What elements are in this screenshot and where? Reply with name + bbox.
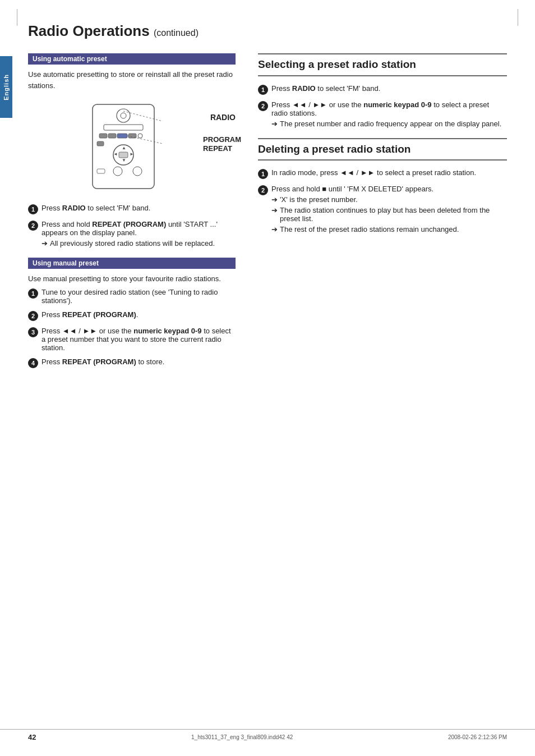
sel-step1-content: Press RADIO to select 'FM' band. xyxy=(271,84,507,93)
step2-note: ➔ All previously stored radio stations w… xyxy=(41,239,236,248)
manual-step1: 1 Tune to your desired radio station (se… xyxy=(28,288,236,305)
program-repeat-label: PROGRAMREPEAT xyxy=(203,135,241,153)
manual-step-num-3: 3 xyxy=(28,327,38,337)
svg-point-18 xyxy=(133,167,142,176)
sel-step-num-2: 2 xyxy=(258,101,268,111)
del-step1-content: In radio mode, press ◄◄ / ►► to select a… xyxy=(271,168,507,177)
svg-rect-6 xyxy=(117,134,127,138)
svg-rect-5 xyxy=(108,134,116,138)
step2-content: Press and hold REPEAT (PROGRAM) until 'S… xyxy=(41,220,236,248)
two-column-layout: Using automatic preset Use automatic pre… xyxy=(28,53,507,374)
manual-step1-content: Tune to your desired radio station (see … xyxy=(41,288,236,305)
sel-step2-content: Press ◄◄ / ►► or use the numeric keypad … xyxy=(271,100,507,128)
step-num-2: 2 xyxy=(28,221,38,231)
manual-step4: 4 Press REPEAT (PROGRAM) to store. xyxy=(28,358,236,368)
svg-rect-11 xyxy=(119,152,128,158)
del-note3: ➔ The rest of the preset radio stations … xyxy=(271,225,507,233)
selecting-section-title: Selecting a preset radio station xyxy=(258,53,507,76)
del-step-num-1: 1 xyxy=(258,169,268,179)
corner-decoration-tl xyxy=(17,9,17,26)
selecting-title: Selecting a preset radio station xyxy=(258,58,507,72)
title-text: Radio Operations xyxy=(28,22,150,39)
corner-decoration-tr xyxy=(518,9,518,26)
radio-label: RADIO xyxy=(210,113,236,122)
left-column: Using automatic preset Use automatic pre… xyxy=(28,53,236,374)
device-diagram: ◄ ► ▲ ▼ xyxy=(28,99,236,196)
page: English Radio Operations (continued) Usi… xyxy=(0,0,535,756)
manual-step-num-1: 1 xyxy=(28,288,38,299)
svg-point-1 xyxy=(117,109,130,122)
auto-preset-step2: 2 Press and hold REPEAT (PROGRAM) until … xyxy=(28,220,236,248)
deleting-title: Deleting a preset radio station xyxy=(258,143,507,157)
svg-text:▼: ▼ xyxy=(122,158,126,163)
manual-step-num-2: 2 xyxy=(28,311,38,321)
svg-text:▲: ▲ xyxy=(122,145,126,150)
manual-step2-content: Press REPEAT (PROGRAM). xyxy=(41,310,236,319)
manual-step2: 2 Press REPEAT (PROGRAM). xyxy=(28,310,236,321)
svg-point-2 xyxy=(121,113,126,118)
del-step2-content: Press and hold ■ until ' 'FM X DELETED' … xyxy=(271,185,507,233)
manual-step3: 3 Press ◄◄ / ►► or use the numeric keypa… xyxy=(28,327,236,352)
right-column: Selecting a preset radio station 1 Press… xyxy=(252,53,507,374)
del-note2: ➔ The radio station continues to play bu… xyxy=(271,206,507,223)
svg-point-17 xyxy=(113,167,122,176)
svg-text:►: ► xyxy=(130,152,134,157)
auto-preset-description: Use automatic presetting to store or rei… xyxy=(28,69,236,91)
manual-step4-content: Press REPEAT (PROGRAM) to store. xyxy=(41,358,236,366)
deleting-section-title: Deleting a preset radio station xyxy=(258,138,507,161)
footer-file: 1_hts3011_37_eng 3_final809.indd42 42 xyxy=(191,734,293,740)
deleting-step2: 2 Press and hold ■ until ' 'FM X DELETED… xyxy=(258,185,507,233)
svg-rect-9 xyxy=(97,141,104,146)
step1-content: Press RADIO to select 'FM' band. xyxy=(41,204,236,212)
del-step-num-2: 2 xyxy=(258,185,268,195)
deleting-step1: 1 In radio mode, press ◄◄ / ►► to select… xyxy=(258,168,507,179)
auto-preset-step1: 1 Press RADIO to select 'FM' band. xyxy=(28,204,236,214)
manual-preset-header: Using manual preset xyxy=(28,258,236,269)
page-title: Radio Operations (continued) xyxy=(28,22,507,43)
svg-text:◄: ◄ xyxy=(113,152,118,157)
selecting-step2: 2 Press ◄◄ / ►► or use the numeric keypa… xyxy=(258,100,507,128)
page-number: 42 xyxy=(28,733,36,741)
language-label: English xyxy=(3,74,10,100)
svg-rect-16 xyxy=(97,169,105,173)
svg-rect-4 xyxy=(99,134,107,138)
manual-step-num-4: 4 xyxy=(28,358,38,368)
continued-label: (continued) xyxy=(154,28,199,38)
step-num-1: 1 xyxy=(28,204,38,214)
manual-preset-description: Use manual presetting to store your favo… xyxy=(28,273,236,285)
del-note1: ➔ 'X' is the preset number. xyxy=(271,195,507,204)
sel-step2-note: ➔ The preset number and radio frequency … xyxy=(271,120,507,128)
auto-preset-header: Using automatic preset xyxy=(28,53,236,65)
svg-point-8 xyxy=(138,134,142,138)
sel-step-num-1: 1 xyxy=(258,85,268,95)
device-svg: ◄ ► ▲ ▼ xyxy=(87,99,177,194)
selecting-step1: 1 Press RADIO to select 'FM' band. xyxy=(258,84,507,95)
language-tab: English xyxy=(0,56,12,118)
page-footer: 42 1_hts3011_37_eng 3_final809.indd42 42… xyxy=(0,729,535,745)
main-content: Radio Operations (continued) Using autom… xyxy=(28,0,507,374)
device-image-wrapper: ◄ ► ▲ ▼ xyxy=(87,99,177,196)
footer-date: 2008-02-26 2:12:36 PM xyxy=(448,734,507,740)
svg-rect-3 xyxy=(104,125,143,130)
manual-step3-content: Press ◄◄ / ►► or use the numeric keypad … xyxy=(41,327,236,352)
